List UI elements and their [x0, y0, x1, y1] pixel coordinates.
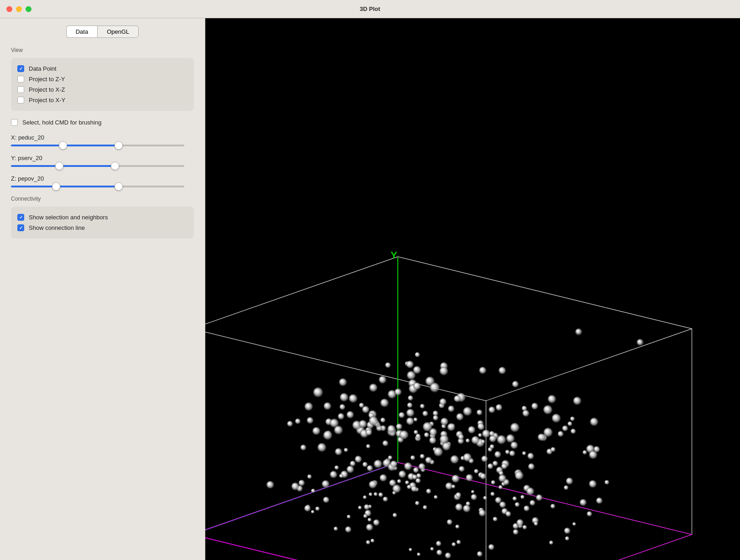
checkbox-label-datapoint[interactable]: Data Point — [29, 65, 57, 72]
app-layout: Data OpenGL View Data Point Project to Z… — [0, 18, 740, 560]
axis-x-thumb-left[interactable] — [59, 141, 67, 150]
axis-z-fill — [11, 186, 119, 187]
axis-y-label: Y: pserv_20 — [11, 155, 194, 161]
axis-x-thumb-right[interactable] — [115, 141, 123, 150]
checkbox-brushing[interactable] — [11, 119, 18, 126]
checkbox-label-xz[interactable]: Project to X-Z — [29, 86, 65, 93]
connectivity-section: Connectivity Show selection and neighbor… — [11, 196, 194, 239]
axis-z-track[interactable] — [11, 186, 184, 187]
main-plot[interactable] — [205, 18, 740, 560]
checkbox-neighbors[interactable] — [17, 214, 24, 221]
axis-y-track[interactable] — [11, 165, 184, 167]
axis-z-thumb-left[interactable] — [52, 182, 60, 191]
sidebar: Data OpenGL View Data Point Project to Z… — [0, 18, 205, 560]
window-controls — [6, 6, 31, 12]
axis-x-label: X: peduc_20 — [11, 134, 194, 141]
axis-z-slider-row — [11, 186, 194, 187]
axis-y-thumb-right[interactable] — [111, 162, 119, 170]
tab-row: Data OpenGL — [11, 26, 194, 38]
connectivity-label: Connectivity — [11, 196, 194, 202]
connectivity-checkbox-group: Show selection and neighbors Show connec… — [11, 207, 194, 239]
view-checkbox-group: Data Point Project to Z-Y Project to X-Z… — [11, 58, 194, 111]
checkbox-label-connection[interactable]: Show connection line — [29, 224, 85, 231]
checkbox-row-connection: Show connection line — [17, 223, 188, 233]
title-bar: 3D Plot — [0, 0, 740, 18]
axis-x-slider-row — [11, 145, 194, 146]
checkbox-row-zy: Project to Z-Y — [17, 74, 188, 84]
brushing-row: Select, hold CMD for brushing — [11, 119, 194, 126]
axis-z-label: Z: pepov_20 — [11, 175, 194, 182]
plot-canvas[interactable] — [205, 18, 740, 560]
checkbox-row-datapoint: Data Point — [17, 63, 188, 74]
window-title: 3D Plot — [360, 5, 380, 12]
axis-y-section: Y: pserv_20 — [11, 155, 194, 167]
checkbox-connection[interactable] — [17, 224, 24, 231]
axis-y-thumb-left[interactable] — [55, 162, 63, 170]
tab-opengl[interactable]: OpenGL — [97, 26, 139, 38]
view-section-label: View — [11, 47, 194, 53]
checkbox-row-xz: Project to X-Z — [17, 84, 188, 95]
checkbox-xz[interactable] — [17, 86, 24, 93]
checkbox-label-xy[interactable]: Project to X-Y — [29, 97, 65, 104]
axis-x-track[interactable] — [11, 145, 184, 146]
axis-y-slider-row — [11, 165, 194, 167]
checkbox-zy[interactable] — [17, 76, 24, 83]
checkbox-xy[interactable] — [17, 97, 24, 104]
brushing-label[interactable]: Select, hold CMD for brushing — [22, 119, 101, 126]
maximize-button[interactable] — [26, 6, 31, 12]
checkbox-label-zy[interactable]: Project to Z-Y — [29, 76, 65, 83]
close-button[interactable] — [6, 6, 12, 12]
checkbox-row-xy: Project to X-Y — [17, 95, 188, 105]
minimize-button[interactable] — [16, 6, 22, 12]
checkbox-label-neighbors[interactable]: Show selection and neighbors — [29, 214, 108, 221]
axis-z-section: Z: pepov_20 — [11, 175, 194, 187]
axis-x-section: X: peduc_20 — [11, 134, 194, 146]
axis-z-thumb-right[interactable] — [115, 182, 123, 191]
checkbox-datapoint[interactable] — [17, 65, 24, 72]
checkbox-row-neighbors: Show selection and neighbors — [17, 212, 188, 223]
tab-data[interactable]: Data — [66, 26, 97, 38]
